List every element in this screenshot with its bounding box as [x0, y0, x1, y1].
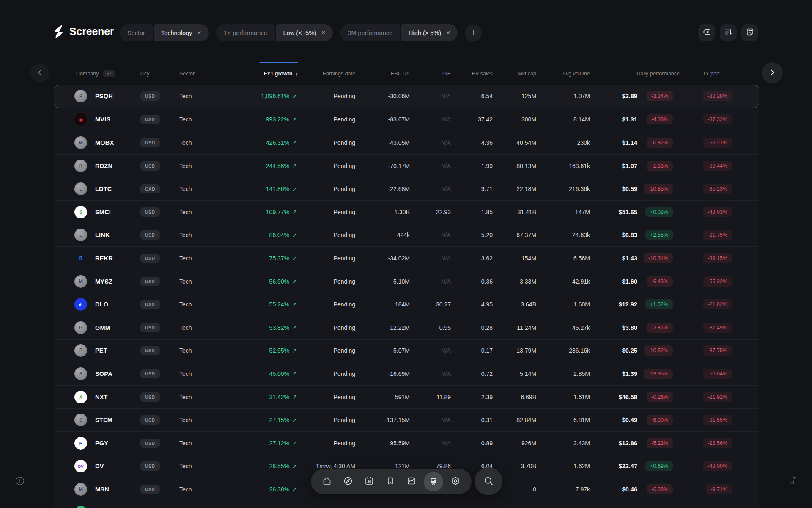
value: 67.37M	[516, 232, 536, 238]
column-header-earnings[interactable]: Earnings date	[323, 71, 355, 77]
sort-rows-button[interactable]	[720, 24, 737, 41]
ebitda-cell: -16.69M	[388, 362, 410, 385]
one-year-performance-badge: -21.92%	[703, 392, 732, 402]
dock-screener-button[interactable]	[424, 472, 443, 491]
avg-volume-cell: 230k	[577, 131, 590, 154]
notes-icon	[746, 28, 754, 38]
currency-cell: USD	[140, 362, 160, 385]
currency-badge: USD	[140, 138, 160, 147]
value: -5.10M	[391, 278, 410, 285]
filter-value-chip[interactable]: Low (< -5%)×	[276, 24, 333, 41]
column-header-sector[interactable]: Sector	[179, 71, 195, 77]
company-logo-avatar: S	[74, 409, 87, 431]
notes-button[interactable]	[741, 24, 758, 41]
table-row-pet[interactable]: PPETUSDTech52.95%↗Pending-5.07MN/A0.1713…	[54, 339, 759, 362]
one-year-performance-cell: -81.55%	[703, 409, 732, 431]
table-row-nxt[interactable]: XNXTUSDTech31.42%↗Pending591M11.892.396.…	[54, 385, 759, 409]
fy1-growth-cell: 55.24%↗	[269, 293, 297, 316]
table-row-gmm[interactable]: GGMMUSDTech53.82%↗Pending12.22M0.950.281…	[54, 316, 759, 339]
dock-watchlist-button[interactable]	[381, 473, 399, 491]
value: 1.07M	[573, 93, 590, 99]
svg-text:26: 26	[368, 480, 371, 483]
table-row-link[interactable]: LLINKUSDTech86.04%↗Pending424kN/A5.2067.…	[54, 224, 759, 247]
filter-category-chip[interactable]: Sector	[120, 24, 153, 41]
remove-filter-icon[interactable]: ×	[446, 29, 450, 37]
value: 4.36	[481, 139, 493, 146]
market-cap-cell: 0	[533, 478, 536, 501]
search-button[interactable]	[475, 467, 502, 495]
daily-performance-cell: -0.26%	[647, 386, 673, 409]
table-row-smci[interactable]: SSMCIUSDTech109.77%↗Pending1.30B22.931.8…	[54, 200, 759, 224]
daily-performance-badge: -6.43%	[647, 276, 673, 287]
column-header-fy1[interactable]: FY1 growth↑	[263, 70, 298, 77]
table-row-mysz[interactable]: MMYSZUSDTech56.90%↗Pending-5.10MN/A0.363…	[54, 270, 759, 293]
price-cell: $2.89	[622, 85, 637, 108]
avg-volume-cell: 286.16k	[569, 340, 590, 362]
scroll-right-button[interactable]	[762, 62, 783, 83]
table-row-mvis[interactable]: ◉MVISUSDTech993.22%↗Pending-83.67MN/A37.…	[54, 108, 759, 131]
table-row-psqh[interactable]: PPSQHUSDTech1,096.61%↗Pending-30.06MN/A6…	[54, 85, 759, 108]
remove-filter-icon[interactable]: ×	[321, 29, 325, 37]
ev-sales-cell: 2.39	[481, 386, 493, 409]
remove-filter-icon[interactable]: ×	[197, 29, 201, 37]
fy1-growth-cell: 1,096.61%↗	[261, 85, 297, 108]
table-row-rekr[interactable]: RREKRUSDTech75.37%↗Pending-34.02MN/A3.62…	[54, 246, 759, 270]
save-to-watchlist-button[interactable]	[786, 475, 798, 487]
price-cell: $1.39	[622, 362, 637, 385]
one-year-performance-badge: -59.21%	[703, 138, 732, 148]
table-row-ldtc[interactable]: LLDTCCADTech141.86%↗Pending-22.68MN/A9.7…	[54, 177, 759, 200]
column-header-mkt[interactable]: Mkt cap	[518, 71, 536, 77]
scroll-left-button[interactable]	[30, 64, 49, 82]
info-button[interactable]	[14, 476, 25, 487]
value: 0.89	[481, 440, 493, 447]
column-header-avg[interactable]: Avg volume	[562, 71, 590, 77]
fy1-growth-cell: 993.22%↗	[266, 108, 297, 131]
filter-category-chip[interactable]: 3M performance	[340, 24, 400, 41]
filter-value-chip[interactable]: Technology×	[154, 24, 209, 41]
table-row-rdzn[interactable]: RRDZNUSDTech244.56%↗Pending-70.17MN/A1.9…	[54, 154, 759, 177]
column-header-company[interactable]: Company57	[76, 70, 115, 77]
filter-value-chip[interactable]: High (> 5%)×	[401, 24, 458, 41]
column-header-daily[interactable]: Daily performance	[637, 71, 680, 77]
table-row-dlo[interactable]: d·DLOUSDTech55.24%↗Pending184M30.274.953…	[54, 293, 759, 316]
table-row-stem[interactable]: SSTEMUSDTech27.15%↗Pending-137.15MN/A0.3…	[54, 408, 759, 431]
market-cap-cell: 300M	[521, 108, 536, 131]
sorted-column-indicator	[259, 62, 298, 64]
table-row-partial[interactable]	[54, 501, 759, 508]
column-header-ebitda[interactable]: EBITDA	[391, 71, 410, 77]
pe-ratio-cell: N/A	[441, 85, 451, 108]
pe-ratio-cell: N/A	[441, 131, 451, 154]
filter-category-chip[interactable]: 1Y performance	[216, 24, 275, 41]
ticker-symbol: RDZN	[95, 155, 112, 177]
avatar: S	[74, 206, 87, 218]
market-cap-cell: 154M	[521, 247, 536, 270]
company-logo-avatar: R	[74, 247, 87, 270]
daily-performance-badge: -6.90%	[647, 415, 673, 425]
column-header-pe[interactable]: P/E	[442, 71, 451, 77]
price-cell: $0.46	[622, 478, 637, 501]
add-filter-button[interactable]: +	[465, 25, 482, 41]
dock-explore-button[interactable]	[339, 473, 357, 491]
dock-settings-button[interactable]	[447, 473, 464, 491]
value: 8.14M	[573, 116, 590, 123]
dock-home-button[interactable]	[318, 473, 336, 491]
table-row-mobx[interactable]: MMOBXUSDTech426.31%↗Pending-43.05MN/A4.3…	[54, 131, 759, 154]
price-cell: $12.86	[619, 432, 637, 455]
daily-performance-badge: -10.52%	[644, 345, 673, 356]
currency-badge: USD	[140, 254, 160, 263]
avatar: d·	[74, 298, 87, 311]
dock-calendar-button[interactable]: 26	[360, 473, 378, 491]
fy1-growth-cell: 56.90%↗	[269, 270, 297, 293]
dock-charts-button[interactable]	[403, 473, 420, 491]
column-header-ev[interactable]: EV sales	[472, 71, 493, 77]
clear-filters-button[interactable]	[698, 24, 715, 41]
avg-volume-cell: 2.85M	[573, 362, 590, 385]
column-header-ccy[interactable]: Ccy	[140, 71, 150, 77]
column-header-y1[interactable]: 1Y perf.	[702, 71, 721, 77]
ebitda-cell: -5.07M	[391, 340, 410, 362]
table-row-sopa[interactable]: SSOPAUSDTech45.00%↗Pending-16.69MN/A0.72…	[54, 362, 759, 385]
ticker-symbol: MOBX	[95, 131, 114, 154]
currency-cell: USD	[140, 478, 160, 501]
table-row-pgy[interactable]: ▶PGYUSDTech27.12%↗Pending95.59MN/A0.8992…	[54, 431, 759, 455]
one-year-performance-cell: -9.71%	[706, 478, 732, 501]
